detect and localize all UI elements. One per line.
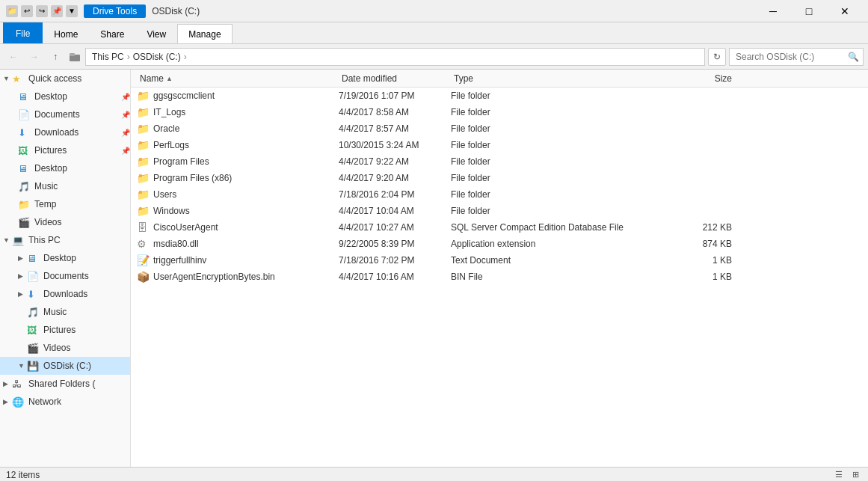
sidebar-item-music-pc[interactable]: 🎵 Music — [0, 303, 130, 321]
refresh-button[interactable]: ↻ — [708, 48, 726, 66]
col-header-size[interactable]: Size — [675, 70, 735, 87]
sidebar-label-network: Network — [28, 396, 130, 407]
address-path[interactable]: This PC › OSDisk (C:) › — [85, 48, 705, 66]
table-row[interactable]: 🗄 CiscoUserAgent 4/4/2017 10:27 AM SQL S… — [131, 219, 868, 236]
sidebar-item-music1[interactable]: 🎵 Music — [0, 177, 130, 195]
table-row[interactable]: 📝 triggerfullhinv 7/18/2016 7:02 PM Text… — [131, 252, 868, 269]
sidebar-item-desktop2[interactable]: 🖥 Desktop — [0, 159, 130, 177]
table-row[interactable]: 📁 Users 7/18/2016 2:04 PM File folder — [131, 186, 868, 203]
sidebar-item-osdisk[interactable]: ▼ 💾 OSDisk (C:) — [0, 357, 130, 375]
table-row[interactable]: 📁 Oracle 4/4/2017 8:57 AM File folder — [131, 120, 868, 137]
file-icon-7: 📁 — [137, 205, 150, 217]
sidebar-item-temp1[interactable]: 📁 Temp — [0, 195, 130, 213]
tab-view[interactable]: View — [135, 24, 177, 43]
forward-button[interactable]: → — [25, 48, 43, 66]
sidebar-item-downloads-pc[interactable]: ▶ ⬇ Downloads — [0, 285, 130, 303]
file-date-0: 7/19/2016 1:07 PM — [339, 91, 451, 101]
file-type-8: SQL Server Compact Edition Database File — [451, 222, 675, 233]
close-button[interactable]: ✕ — [828, 0, 862, 22]
col-header-type[interactable]: Type — [451, 70, 675, 87]
file-date-4: 4/4/2017 9:22 AM — [339, 156, 451, 167]
sidebar-item-documents-pc[interactable]: ▶ 📄 Documents — [0, 267, 130, 285]
up-button[interactable]: ↑ — [46, 48, 64, 66]
sidebar-label-pictures1: Pictures — [34, 145, 120, 156]
table-row[interactable]: 📁 IT_Logs 4/4/2017 8:58 AM File folder — [131, 104, 868, 120]
col-header-date[interactable]: Date modified — [339, 70, 451, 87]
file-date-3: 10/30/2015 3:24 AM — [339, 140, 451, 150]
sidebar-item-pictures1[interactable]: 🖼 Pictures 📌 — [0, 141, 130, 159]
file-type-4: File folder — [451, 156, 675, 167]
file-date-7: 4/4/2017 10:04 AM — [339, 206, 451, 216]
col-header-name[interactable]: Name ▲ — [137, 70, 339, 87]
list-view-button[interactable]: ☰ — [832, 468, 846, 482]
desktop-icon: 🖥 — [18, 91, 31, 102]
search-input[interactable] — [736, 52, 848, 62]
sidebar-label-osdisk: OSDisk (C:) — [43, 361, 130, 371]
file-icon-3: 📁 — [137, 139, 150, 151]
tab-file[interactable]: File — [3, 22, 43, 43]
sidebar-item-shared[interactable]: ▶ 🖧 Shared Folders ( — [0, 375, 130, 393]
table-row[interactable]: 📁 ggsgsccmclient 7/19/2016 1:07 PM File … — [131, 88, 868, 104]
file-date-5: 4/4/2017 9:20 AM — [339, 173, 451, 183]
expand-arrow: ▼ — [3, 75, 12, 82]
file-name-2: Oracle — [153, 123, 179, 134]
music-pc-icon: 🎵 — [27, 307, 40, 318]
quick-access-icon[interactable]: 📁 — [6, 5, 18, 17]
minimize-button[interactable]: ─ — [756, 0, 790, 22]
dropdown-icon[interactable]: ▼ — [66, 5, 78, 17]
table-row[interactable]: ⚙ msdia80.dll 9/22/2005 8:39 PM Applicat… — [131, 236, 868, 252]
sort-arrow: ▲ — [166, 75, 173, 82]
path-this-pc[interactable]: This PC — [92, 52, 124, 62]
desktop2-icon: 🖥 — [18, 163, 31, 174]
sidebar-item-videos-pc[interactable]: 🎬 Videos — [0, 339, 130, 357]
table-row[interactable]: 📁 Program Files 4/4/2017 9:22 AM File fo… — [131, 153, 868, 170]
table-row[interactable]: 📦 UserAgentEncryptionBytes.bin 4/4/2017 … — [131, 269, 868, 285]
grid-view-button[interactable]: ⊞ — [849, 468, 862, 482]
file-type-2: File folder — [451, 123, 675, 134]
title-bar-icons: 📁 ↩ ↪ 📌 ▼ — [6, 5, 78, 17]
sidebar-item-this-pc[interactable]: ▼ 💻 This PC — [0, 231, 130, 249]
file-name-10: triggerfullhinv — [153, 255, 206, 266]
file-icon-8: 🗄 — [137, 221, 150, 233]
file-date-11: 4/4/2017 10:16 AM — [339, 272, 451, 282]
sidebar-label-videos-pc: Videos — [43, 343, 130, 353]
file-name-9: msdia80.dll — [153, 239, 199, 249]
docs-pc-icon: 📄 — [27, 271, 40, 282]
tab-manage[interactable]: Manage — [177, 24, 232, 43]
maximize-button[interactable]: □ — [792, 0, 826, 22]
videos-pc-icon: 🎬 — [27, 343, 40, 354]
path-osdisk[interactable]: OSDisk (C:) — [133, 52, 181, 62]
sidebar-item-videos1[interactable]: 🎬 Videos — [0, 213, 130, 231]
file-type-0: File folder — [451, 91, 675, 101]
sidebar-item-documents1[interactable]: 📄 Documents 📌 — [0, 105, 130, 123]
file-type-7: File folder — [451, 206, 675, 216]
sidebar-item-desktop1[interactable]: 🖥 Desktop 📌 — [0, 88, 130, 105]
file-name-1: IT_Logs — [153, 107, 185, 117]
file-date-1: 4/4/2017 8:58 AM — [339, 107, 451, 117]
ribbon-tabs: File Home Share View Manage — [0, 22, 868, 43]
temp-icon: 📁 — [18, 199, 31, 210]
undo-icon[interactable]: ↩ — [21, 5, 33, 17]
sidebar-item-quick-access[interactable]: ▼ ★ Quick access — [0, 70, 130, 88]
search-box[interactable]: 🔍 — [729, 48, 864, 66]
title-bar: 📁 ↩ ↪ 📌 ▼ Drive Tools OSDisk (C:) ─ □ ✕ — [0, 0, 868, 22]
expand-arrow-osdisk: ▼ — [18, 362, 27, 370]
disk-label: OSDisk (C:) — [152, 6, 200, 16]
svg-rect-1 — [70, 53, 75, 56]
file-date-8: 4/4/2017 10:27 AM — [339, 222, 451, 233]
pin-icon[interactable]: 📌 — [51, 5, 63, 17]
back-button[interactable]: ← — [4, 48, 22, 66]
sidebar-item-pictures-pc[interactable]: 🖼 Pictures — [0, 321, 130, 339]
sidebar-item-network[interactable]: ▶ 🌐 Network — [0, 393, 130, 411]
table-row[interactable]: 📁 Windows 4/4/2017 10:04 AM File folder — [131, 203, 868, 219]
table-row[interactable]: 📁 PerfLogs 10/30/2015 3:24 AM File folde… — [131, 137, 868, 153]
redo-icon[interactable]: ↪ — [36, 5, 48, 17]
tab-home[interactable]: Home — [43, 24, 89, 43]
table-row[interactable]: 📁 Program Files (x86) 4/4/2017 9:20 AM F… — [131, 170, 868, 186]
file-name-3: PerfLogs — [153, 140, 189, 150]
downloads-pc-icon: ⬇ — [27, 289, 40, 300]
file-name-5: Program Files (x86) — [153, 173, 232, 183]
sidebar-item-desktop-pc[interactable]: ▶ 🖥 Desktop — [0, 249, 130, 267]
sidebar-item-downloads1[interactable]: ⬇ Downloads 📌 — [0, 123, 130, 141]
tab-share[interactable]: Share — [89, 24, 135, 43]
